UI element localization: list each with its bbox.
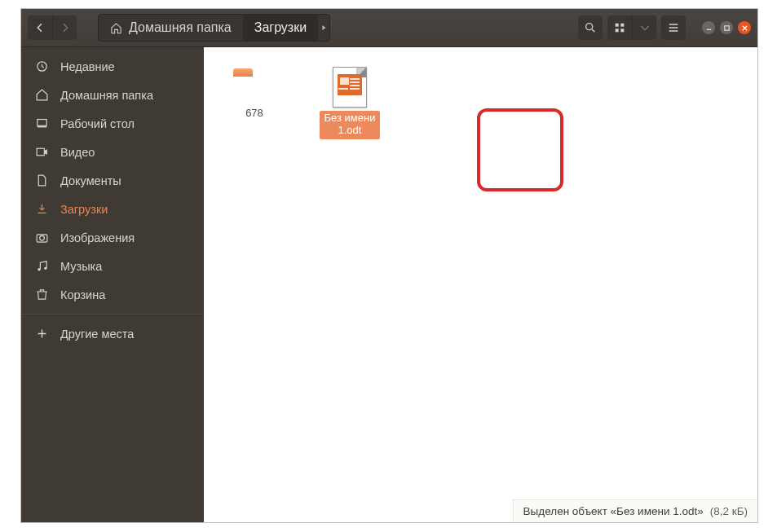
home-icon	[110, 22, 122, 34]
svg-point-0	[586, 24, 593, 30]
toolbar-right	[578, 15, 751, 40]
window-minimize-button[interactable]	[702, 21, 715, 34]
maximize-icon	[723, 24, 731, 32]
triangle-right-icon	[320, 24, 328, 32]
minimize-icon	[705, 24, 713, 32]
file-label-line1: Без имени	[324, 112, 376, 124]
breadcrumb-more[interactable]	[318, 24, 329, 32]
search-icon	[584, 21, 597, 34]
chevron-right-icon	[59, 21, 72, 34]
sidebar-separator	[21, 314, 204, 314]
download-icon	[35, 202, 49, 216]
svg-point-11	[39, 235, 44, 240]
folder-icon	[232, 68, 277, 104]
close-icon	[741, 24, 748, 32]
chevron-down-icon	[638, 21, 651, 34]
svg-rect-1	[616, 24, 619, 27]
status-size: (8,2 кБ)	[710, 505, 748, 517]
chevron-left-icon	[33, 21, 46, 34]
sidebar-item-label: Музыка	[60, 260, 102, 273]
breadcrumb-home-label: Домашняя папка	[129, 20, 232, 35]
header-toolbar: Домашняя папка Загрузки	[21, 9, 757, 47]
sidebar-item-recent[interactable]: Недавние	[21, 52, 204, 81]
sidebar-item-home[interactable]: Домашняя папка	[21, 81, 204, 109]
forward-button[interactable]	[52, 15, 77, 40]
home-icon	[35, 88, 49, 102]
clock-icon	[35, 59, 49, 73]
camera-icon	[35, 231, 49, 244]
breadcrumb-current[interactable]: Загрузки	[243, 15, 318, 41]
sidebar-item-desktop[interactable]: Рабочий стол	[21, 109, 204, 138]
breadcrumb-home[interactable]: Домашняя папка	[99, 15, 243, 41]
sidebar-item-documents[interactable]: Документы	[21, 166, 204, 195]
places-sidebar: Недавние Домашняя папка Рабочий стол Вид…	[21, 47, 204, 522]
file-grid: 678 Без имени 1.odt	[204, 47, 757, 157]
view-switch	[607, 15, 656, 40]
grid-icon	[613, 21, 626, 34]
sidebar-item-label: Видео	[60, 146, 95, 159]
desktop-icon	[35, 117, 49, 130]
sidebar-item-music[interactable]: Музыка	[21, 252, 204, 280]
view-dropdown-button[interactable]	[632, 15, 656, 40]
sidebar-item-downloads[interactable]: Загрузки	[21, 195, 204, 223]
status-text: Выделен объект «Без имени 1.odt»	[523, 505, 704, 517]
svg-rect-3	[616, 29, 619, 32]
sidebar-item-other-locations[interactable]: Другие места	[21, 319, 204, 348]
svg-rect-8	[37, 126, 46, 127]
plus-icon	[35, 327, 49, 341]
sidebar-item-label: Изображения	[60, 231, 135, 244]
music-icon	[35, 259, 49, 273]
sidebar-item-label: Корзина	[60, 288, 105, 301]
document-icon	[333, 67, 367, 108]
search-button[interactable]	[578, 15, 603, 40]
window-close-button[interactable]	[738, 21, 751, 34]
hamburger-icon	[667, 21, 680, 34]
breadcrumb-current-label: Загрузки	[254, 20, 307, 35]
svg-rect-5	[724, 25, 728, 29]
breadcrumb: Домашняя папка Загрузки	[98, 14, 330, 42]
sidebar-item-pictures[interactable]: Изображения	[21, 223, 204, 252]
window-maximize-button[interactable]	[720, 21, 733, 34]
selected-file-item[interactable]: Без имени 1.odt	[315, 65, 385, 139]
sidebar-item-trash[interactable]: Корзина	[21, 280, 204, 309]
file-label-selected: Без имени 1.odt	[320, 111, 381, 139]
sidebar-item-label: Недавние	[60, 60, 115, 73]
file-label-line2: 1.odt	[338, 124, 362, 136]
window-body: Недавние Домашняя папка Рабочий стол Вид…	[21, 47, 757, 522]
sidebar-item-label: Документы	[60, 174, 121, 187]
sidebar-item-videos[interactable]: Видео	[21, 138, 204, 166]
svg-rect-7	[37, 120, 46, 126]
file-label: 678	[245, 108, 263, 120]
back-button[interactable]	[28, 15, 52, 40]
file-manager-window: Домашняя папка Загрузки	[20, 8, 758, 523]
nav-back-forward	[28, 15, 77, 40]
svg-rect-2	[620, 24, 624, 27]
video-icon	[35, 145, 49, 159]
trash-icon	[35, 288, 49, 301]
view-grid-button[interactable]	[607, 15, 632, 40]
svg-rect-4	[620, 29, 624, 32]
icon-view[interactable]: 678 Без имени 1.odt Выделен объект «Без …	[204, 47, 757, 522]
sidebar-item-label: Загрузки	[60, 203, 108, 216]
sidebar-item-label: Домашняя папка	[60, 89, 153, 102]
hamburger-menu-button[interactable]	[661, 15, 686, 40]
status-bar: Выделен объект «Без имени 1.odt» (8,2 кБ…	[513, 499, 757, 522]
sidebar-item-label: Другие места	[60, 328, 134, 341]
folder-item[interactable]: 678	[222, 65, 287, 120]
document-icon	[35, 174, 49, 187]
svg-point-13	[44, 267, 46, 270]
svg-rect-9	[37, 148, 44, 156]
svg-point-12	[38, 268, 40, 270]
sidebar-item-label: Рабочий стол	[60, 117, 135, 130]
